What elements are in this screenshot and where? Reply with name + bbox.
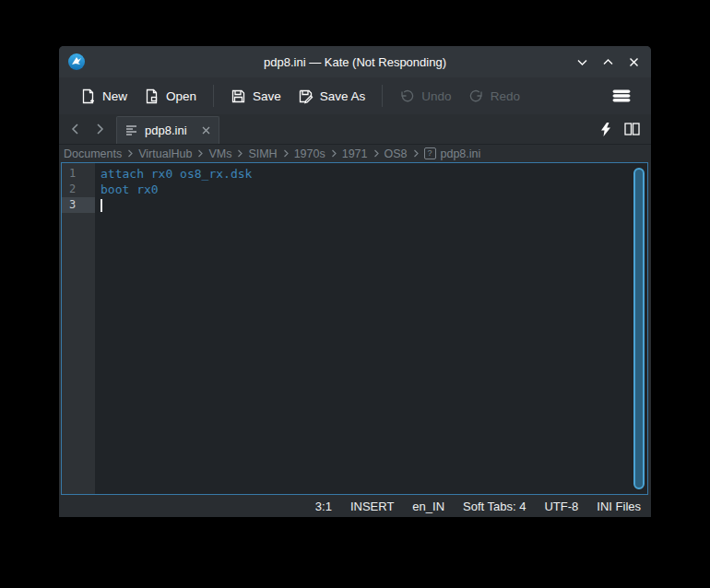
tab-pdp8-ini[interactable]: pdp8.ini <box>116 116 219 144</box>
new-button[interactable]: New <box>72 83 136 110</box>
new-document-icon <box>80 88 96 104</box>
scrollbar-thumb[interactable] <box>633 168 645 489</box>
code-line: boot rx0 <box>95 182 647 197</box>
code-line-current <box>95 197 647 213</box>
tab-close-icon[interactable] <box>201 125 211 135</box>
chevron-right-icon <box>373 149 380 158</box>
line-number: 2 <box>62 182 95 197</box>
window-title: pdp8.ini — Kate (Not Responding) <box>59 55 651 69</box>
new-button-label: New <box>102 89 127 103</box>
undo-button-label: Undo <box>421 89 451 103</box>
chevron-right-icon <box>330 149 337 158</box>
tab-label: pdp8.ini <box>145 123 195 137</box>
open-document-icon <box>144 88 160 104</box>
code-line: attach rx0 os8_rx.dsk <box>95 166 647 182</box>
document-icon <box>124 123 138 137</box>
main-toolbar: New Open Save <box>59 77 651 114</box>
chevron-right-icon <box>126 149 134 158</box>
chevron-right-icon <box>282 149 290 158</box>
titlebar: pdp8.ini — Kate (Not Responding) <box>59 46 651 77</box>
toolbar-separator <box>213 85 214 107</box>
undo-icon <box>399 88 415 104</box>
save-button[interactable]: Save <box>222 83 290 110</box>
breadcrumb-item[interactable]: VirtualHub <box>138 147 192 160</box>
close-icon[interactable] <box>625 53 642 70</box>
save-as-button-label: Save As <box>320 89 366 103</box>
kate-app-icon <box>67 53 86 71</box>
line-number-gutter: 1 2 3 <box>62 163 95 494</box>
split-view-icon[interactable] <box>624 123 640 135</box>
minimize-icon[interactable] <box>574 53 590 70</box>
toolbar-separator <box>382 85 383 107</box>
save-as-icon <box>298 88 314 104</box>
status-bar: 3:1 INSERT en_IN Soft Tabs: 4 UTF-8 INI … <box>59 495 651 517</box>
forward-button[interactable] <box>89 118 111 140</box>
quick-open-icon[interactable] <box>600 123 611 136</box>
undo-button[interactable]: Undo <box>391 83 459 110</box>
back-button[interactable] <box>65 118 87 140</box>
input-mode[interactable]: INSERT <box>349 500 396 513</box>
redo-button-label: Redo <box>491 89 520 103</box>
breadcrumb: Documents VirtualHub VMs SIMH 1970s 1971… <box>59 145 651 162</box>
encoding[interactable]: UTF-8 <box>542 500 580 513</box>
tab-bar: pdp8.ini <box>59 114 651 145</box>
breadcrumb-item[interactable]: VMs <box>208 147 231 160</box>
chevron-right-icon <box>196 149 204 158</box>
save-as-button[interactable]: Save As <box>290 83 374 110</box>
redo-icon <box>468 88 484 104</box>
redo-button[interactable]: Redo <box>460 83 528 110</box>
breadcrumb-item[interactable]: SIMH <box>248 147 277 160</box>
line-number: 1 <box>62 166 95 182</box>
syntax-mode[interactable]: INI Files <box>595 500 643 513</box>
line-number-current: 3 <box>62 197 95 213</box>
cursor-position[interactable]: 3:1 <box>314 500 334 513</box>
save-icon <box>231 88 246 104</box>
tab-settings[interactable]: Soft Tabs: 4 <box>461 500 527 513</box>
breadcrumb-item[interactable]: 1971 <box>342 147 368 160</box>
vertical-scrollbar[interactable] <box>633 168 645 489</box>
breadcrumb-item[interactable]: 1970s <box>294 147 325 160</box>
open-button-label: Open <box>166 89 196 103</box>
unknown-file-icon: ? <box>424 147 436 159</box>
breadcrumb-file[interactable]: pdp8.ini <box>441 147 481 160</box>
kate-window: pdp8.ini — Kate (Not Responding) <box>59 46 651 517</box>
dictionary-locale[interactable]: en_IN <box>410 500 446 513</box>
save-button-label: Save <box>253 89 281 103</box>
window-controls <box>574 46 642 77</box>
chevron-right-icon <box>236 149 243 158</box>
text-cursor <box>101 199 102 212</box>
code-area[interactable]: attach rx0 os8_rx.dsk boot rx0 <box>95 163 647 494</box>
breadcrumb-item[interactable]: OS8 <box>385 147 408 160</box>
hamburger-icon <box>612 88 631 103</box>
menu-button[interactable] <box>605 83 638 109</box>
open-button[interactable]: Open <box>136 83 205 110</box>
chevron-right-icon <box>412 149 420 158</box>
text-editor[interactable]: 1 2 3 attach rx0 os8_rx.dsk boot rx0 <box>61 162 648 495</box>
breadcrumb-item[interactable]: Documents <box>64 147 122 160</box>
maximize-icon[interactable] <box>599 53 616 70</box>
